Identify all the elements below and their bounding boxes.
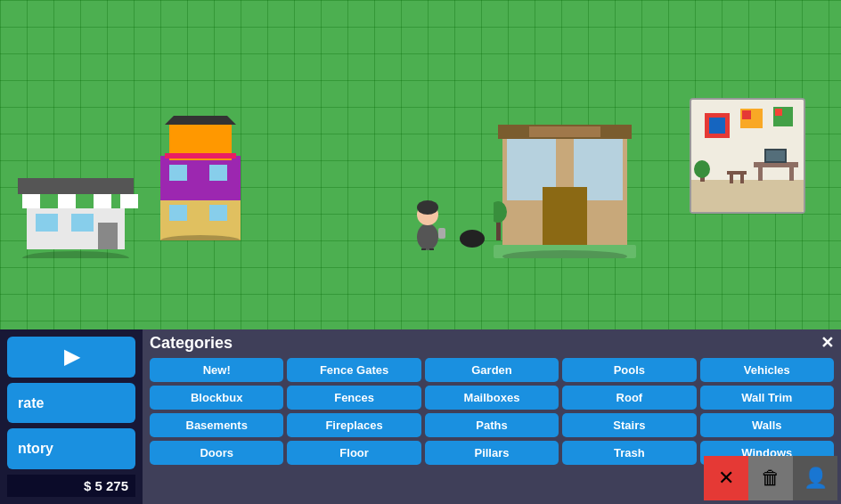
- svg-rect-49: [727, 171, 747, 175]
- rate-button[interactable]: rate: [7, 383, 135, 424]
- building-cafe: [494, 116, 636, 258]
- svg-rect-9: [98, 223, 118, 249]
- category-button-floor[interactable]: Floor: [287, 441, 420, 465]
- category-button-basements[interactable]: Basements: [150, 413, 283, 437]
- category-button-trash[interactable]: Trash: [562, 441, 696, 465]
- building-colorful: [156, 116, 245, 240]
- category-button-fences[interactable]: Fences: [287, 386, 420, 410]
- svg-rect-19: [165, 153, 236, 159]
- preview-window: [690, 98, 805, 214]
- svg-point-37: [460, 230, 485, 248]
- category-button-doors[interactable]: Doors: [150, 441, 283, 465]
- category-button-pools[interactable]: Pools: [562, 358, 696, 382]
- trash-object: [459, 225, 486, 251]
- svg-point-55: [694, 160, 710, 178]
- svg-rect-36: [438, 228, 445, 239]
- svg-rect-48: [789, 167, 794, 181]
- svg-rect-16: [209, 205, 227, 221]
- trash-button[interactable]: 🗑: [748, 456, 793, 500]
- category-button-stairs[interactable]: Stairs: [562, 413, 696, 437]
- svg-rect-26: [529, 126, 600, 137]
- category-button-fence-gates[interactable]: Fence Gates: [287, 358, 420, 382]
- category-button-blockbux[interactable]: Blockbux: [150, 386, 283, 410]
- svg-rect-43: [742, 110, 751, 119]
- svg-point-10: [22, 251, 129, 258]
- inventory-button[interactable]: ntory: [7, 428, 135, 469]
- categories-header: Categories ✕: [150, 333, 834, 353]
- category-button-vehicles[interactable]: Vehicles: [700, 358, 834, 382]
- money-value: $ 5 275: [84, 478, 128, 493]
- svg-rect-4: [58, 194, 76, 208]
- category-button-pillars[interactable]: Pillars: [425, 441, 559, 465]
- svg-rect-51: [740, 175, 744, 183]
- category-button-roof[interactable]: Roof: [562, 386, 696, 410]
- categories-title: Categories: [150, 334, 233, 353]
- character: [405, 188, 450, 254]
- category-button-garden[interactable]: Garden: [425, 358, 559, 382]
- svg-rect-50: [730, 175, 733, 183]
- svg-rect-15: [169, 205, 187, 221]
- category-button-mailboxes[interactable]: Mailboxes: [425, 386, 559, 410]
- money-display: $ 5 275: [7, 475, 135, 497]
- inventory-label: ntory: [18, 441, 53, 456]
- svg-rect-41: [709, 118, 725, 134]
- delete-button[interactable]: ✕: [704, 456, 748, 500]
- svg-rect-3: [22, 194, 40, 208]
- categories-grid: New!Fence GatesGardenPoolsVehiclesBlockb…: [150, 358, 834, 465]
- svg-rect-6: [120, 194, 138, 208]
- person-button[interactable]: 👤: [793, 456, 837, 500]
- svg-point-31: [417, 224, 438, 250]
- svg-rect-17: [169, 165, 187, 181]
- rate-label: rate: [18, 395, 44, 411]
- svg-rect-45: [775, 109, 782, 116]
- svg-point-33: [417, 200, 438, 215]
- building-shop: [18, 169, 143, 258]
- svg-rect-7: [36, 214, 58, 232]
- trash-icon: 🗑: [761, 467, 780, 490]
- svg-rect-24: [543, 187, 587, 249]
- svg-rect-47: [758, 167, 763, 181]
- cursor-button[interactable]: ▶: [7, 337, 135, 378]
- svg-rect-39: [691, 180, 805, 214]
- svg-rect-8: [71, 214, 94, 232]
- category-button-wall-trim[interactable]: Wall Trim: [700, 386, 834, 410]
- game-world: [0, 0, 841, 329]
- cursor-icon: ▶: [64, 345, 79, 369]
- svg-rect-53: [766, 150, 785, 161]
- category-button-fireplaces[interactable]: Fireplaces: [287, 413, 420, 437]
- category-button-new[interactable]: New!: [150, 358, 283, 382]
- svg-rect-34: [421, 248, 426, 250]
- svg-rect-1: [18, 178, 134, 194]
- action-buttons: ✕ 🗑 👤: [700, 452, 841, 504]
- left-panel: ▶ rate ntory $ 5 275: [0, 329, 143, 504]
- svg-rect-18: [209, 165, 227, 181]
- category-button-paths[interactable]: Paths: [425, 413, 559, 437]
- categories-close-button[interactable]: ✕: [821, 333, 834, 353]
- svg-rect-35: [429, 248, 434, 250]
- category-button-walls[interactable]: Walls: [700, 413, 834, 437]
- person-icon: 👤: [804, 467, 828, 490]
- delete-icon: ✕: [718, 467, 734, 490]
- svg-marker-14: [165, 116, 236, 125]
- svg-rect-5: [94, 194, 111, 208]
